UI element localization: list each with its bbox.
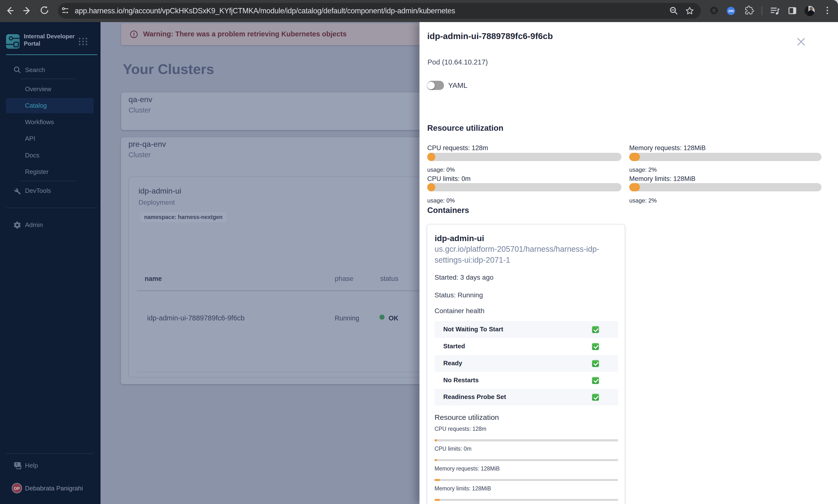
svg-text:?: ?: [16, 463, 18, 466]
